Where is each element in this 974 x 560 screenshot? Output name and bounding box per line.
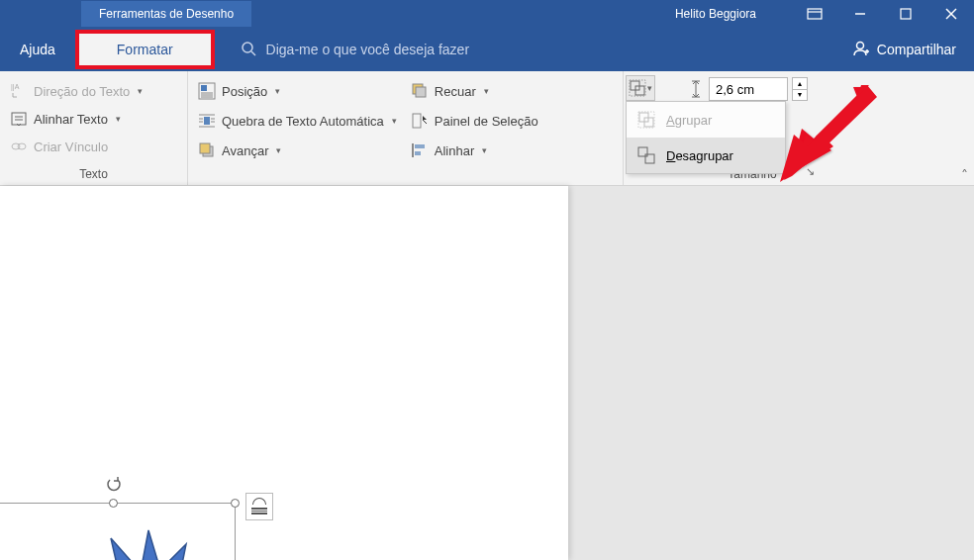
svg-rect-0 [808, 9, 822, 19]
svg-line-7 [251, 51, 255, 55]
layout-options-button[interactable] [245, 493, 273, 520]
minimize-button[interactable] [837, 0, 883, 28]
align-icon [411, 141, 429, 159]
document-canvas [0, 186, 974, 560]
ungroup-icon [636, 145, 656, 165]
svg-rect-32 [416, 87, 426, 97]
height-spinner[interactable]: ▲▼ [792, 77, 808, 101]
anchor-icon [0, 445, 2, 471]
align-button[interactable]: Alinhar▾ [411, 137, 538, 164]
menu-item-ungroup[interactable]: Desagrupar [627, 138, 785, 173]
share-icon [851, 40, 869, 60]
text-direction-button[interactable]: ||A Direção do Texto▾ [10, 77, 177, 105]
align-text-icon [10, 110, 28, 128]
menu-item-group: Agrupar [627, 102, 785, 138]
svg-text:||A: ||A [11, 83, 20, 91]
svg-rect-44 [638, 147, 647, 156]
ribbon: ||A Direção do Texto▾ Alinhar Texto▾ Cri… [0, 71, 974, 186]
rotation-handle[interactable] [106, 476, 122, 492]
group-objects-button[interactable]: ▾ [626, 75, 655, 101]
close-button[interactable] [928, 0, 974, 28]
position-button[interactable]: Posição▾ [198, 77, 397, 105]
drawing-tools-contextual-tab: Ferramentas de Desenho [81, 1, 251, 27]
document-page[interactable] [0, 186, 568, 560]
collapse-ribbon-icon[interactable]: ˄ [961, 167, 968, 183]
user-name: Helito Beggiora [675, 7, 756, 21]
share-label: Compartilhar [877, 42, 956, 57]
wrap-text-button[interactable]: Quebra de Texto Automática▾ [198, 107, 397, 135]
menu-group-label: grupar [675, 113, 713, 128]
text-direction-icon: ||A [10, 82, 28, 100]
resize-handle[interactable] [109, 499, 118, 508]
svg-rect-43 [638, 112, 654, 128]
svg-rect-22 [204, 117, 210, 125]
create-link-button[interactable]: Criar Vínculo [10, 133, 177, 160]
height-input[interactable]: 2,6 cm [709, 77, 788, 101]
size-dialog-launcher[interactable]: ↘ [806, 165, 822, 181]
group-icon [636, 110, 656, 130]
svg-rect-12 [12, 113, 26, 125]
group-text: ||A Direção do Texto▾ Alinhar Texto▾ Cri… [0, 71, 188, 185]
share-button[interactable]: Compartilhar [851, 40, 956, 60]
title-bar: Ferramentas de Desenho Helito Beggiora [0, 0, 974, 28]
ribbon-display-options-icon[interactable] [792, 0, 837, 28]
menu-ungroup-label: esagrupar [675, 148, 733, 163]
position-icon [198, 82, 216, 100]
svg-rect-18 [201, 85, 207, 91]
svg-rect-36 [415, 144, 425, 148]
height-icon [687, 80, 705, 98]
svg-rect-30 [200, 143, 210, 153]
search-icon [241, 41, 256, 59]
svg-line-34 [423, 120, 427, 124]
svg-rect-40 [630, 80, 645, 96]
align-text-button[interactable]: Alinhar Texto▾ [10, 105, 177, 133]
svg-marker-53 [63, 530, 234, 560]
resize-handle[interactable] [231, 499, 240, 508]
svg-point-6 [243, 43, 252, 52]
tab-format[interactable]: Formatar [79, 34, 211, 65]
star-shape[interactable] [59, 522, 238, 560]
svg-rect-3 [901, 9, 911, 19]
wrap-text-icon [198, 112, 216, 130]
tell-me-search[interactable]: Diga-me o que você deseja fazer [241, 41, 469, 59]
link-icon [10, 138, 28, 155]
selection-pane-icon [411, 112, 429, 130]
svg-rect-33 [413, 114, 421, 128]
selection-pane-button[interactable]: Painel de Seleção [411, 107, 538, 135]
svg-point-8 [856, 42, 863, 48]
bring-forward-icon [198, 141, 216, 159]
group-text-label: Texto [10, 163, 177, 181]
svg-rect-45 [645, 154, 654, 163]
tab-help[interactable]: Ajuda [0, 42, 75, 57]
shape-height-control: 2,6 cm ▲▼ [687, 77, 808, 101]
bring-forward-button[interactable]: Avançar▾ [198, 137, 397, 164]
send-backward-button[interactable]: Recuar▾ [411, 77, 538, 105]
group-organize: Posição▾ Quebra de Texto Automática▾ Ava… [188, 71, 624, 185]
ribbon-tab-bar: Ajuda Formatar Diga-me o que você deseja… [0, 28, 974, 71]
svg-point-16 [18, 143, 26, 149]
svg-rect-37 [415, 151, 421, 155]
send-backward-icon [411, 82, 429, 100]
highlight-format-tab: Formatar [75, 30, 215, 69]
tell-me-placeholder: Diga-me o que você deseja fazer [266, 42, 469, 57]
group-dropdown-menu: Agrupar Desagrupar [626, 101, 786, 174]
maximize-button[interactable] [883, 0, 928, 28]
